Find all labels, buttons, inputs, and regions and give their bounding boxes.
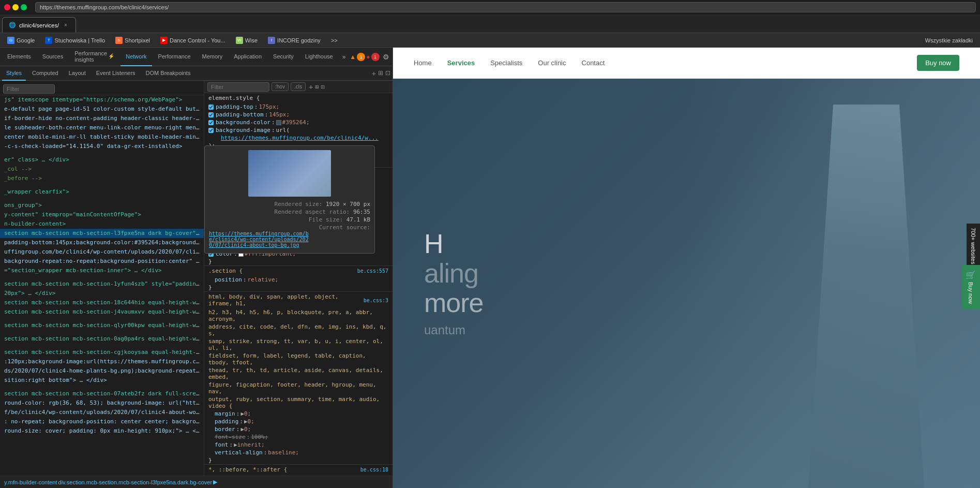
tab-close-button[interactable]: × [62, 22, 69, 29]
html-body-source[interactable]: be.css:3 [364, 298, 388, 303]
html-line-5[interactable]: center mobile-mini-mr-ll tablet-sticky m… [0, 132, 204, 142]
bg-image-url[interactable]: https://themes.muffingroup.com/be/clinic… [221, 135, 379, 141]
html-line-2[interactable]: e-default page page-id-51 color-custom s… [0, 105, 204, 114]
side-widget-buy[interactable]: 🛒 Buy now [961, 265, 980, 309]
devtools-more-tabs[interactable]: » [339, 51, 349, 63]
html-line-1[interactable]: js" itemscope itemtype="https://schema.o… [0, 95, 204, 105]
html-line-29[interactable]: section mcb-section mcb-section-0ag0pa4r… [0, 334, 204, 344]
html-line-10[interactable]: _before --> [0, 174, 204, 183]
section-source[interactable]: be.css:557 [357, 268, 388, 274]
html-line-20[interactable]: ="section_wrapper mcb-section-inner"> … … [0, 266, 204, 275]
html-line-34[interactable]: sition:right bottom"> … </div> [0, 376, 204, 385]
tab-sources[interactable]: Sources [37, 48, 68, 66]
breadcrumb-item-2[interactable]: div.section.mcb-section.mcb-section-l3fp… [58, 479, 213, 485]
bookmark-incore[interactable]: I INCORE godziny [265, 36, 324, 45]
tab-perf-insights[interactable]: Performance insights ⚡ [69, 48, 119, 66]
side-widget-700[interactable]: 700+ websites [967, 224, 980, 269]
html-line-26[interactable] [0, 317, 204, 321]
tab-network[interactable]: Network [120, 48, 152, 66]
sub-tab-event-listeners[interactable]: Event Listeners [92, 66, 140, 81]
html-line-36[interactable]: section mcb-section mcb-section-07ateb2f… [0, 389, 204, 398]
sub-tab-styles[interactable]: Styles [2, 66, 26, 81]
styles-filter-input[interactable] [207, 82, 269, 92]
hov-button[interactable]: :hov [272, 82, 289, 91]
nav-our-clinic[interactable]: Our clinic [538, 59, 566, 67]
bookmark-trello[interactable]: T Stuchowiska | Trello [42, 36, 108, 45]
html-line-35[interactable] [0, 385, 204, 389]
background-color-checkbox[interactable] [208, 120, 214, 125]
html-line-23[interactable]: 20px"> … </div> [0, 289, 204, 298]
sub-tab-computed[interactable]: Computed [28, 66, 63, 81]
padding-bottom-checkbox[interactable] [208, 112, 214, 117]
bookmark-more[interactable]: >> [328, 36, 341, 45]
html-line-33[interactable]: ds/2020/07/clinic4-home-plants-bg.png);b… [0, 366, 204, 376]
margin-triangle[interactable]: ▶ [240, 410, 244, 417]
border-triangle[interactable]: ▶ [240, 426, 244, 433]
html-line-22[interactable]: section mcb-section mcb-section-1yfun4sz… [0, 279, 204, 289]
html-line-40[interactable]: round-size: cover; padding: 0px min-heig… [0, 426, 204, 436]
tab-application[interactable]: Application [229, 48, 267, 66]
html-line-19[interactable]: background-repeat:no-repeat;background-p… [0, 257, 204, 266]
tab-elements[interactable]: Elements [2, 48, 36, 66]
minimize-button[interactable] [12, 4, 19, 10]
html-line-39[interactable]: : no-repeat; background-position: center… [0, 417, 204, 426]
html-line-38[interactable]: f/be/clinic4/wp-content/uploads/2020/07/… [0, 408, 204, 417]
current-source-url[interactable]: https://themes.muffingroup.com/be/clinic… [209, 231, 312, 248]
html-line-31[interactable]: section mcb-section mcb-section-cgjkooys… [0, 348, 204, 357]
padding-triangle[interactable]: ▶ [244, 418, 248, 425]
bg-color-swatch[interactable] [276, 120, 281, 125]
close-button[interactable] [4, 4, 10, 10]
settings-button[interactable]: ⚙ [381, 51, 391, 63]
html-line-3[interactable]: if-border-hide no-content-padding header… [0, 114, 204, 123]
tab-performance[interactable]: Performance [153, 48, 196, 66]
html-line-21[interactable] [0, 275, 204, 279]
tab-security[interactable]: Security [268, 48, 299, 66]
inspector-icon[interactable]: ⊡ [385, 69, 390, 78]
address-bar[interactable]: https://themes.muffingroup.com/be/clinic… [35, 2, 976, 12]
browser-tab-active[interactable]: 🌐 clinic4/services/ × [2, 17, 76, 33]
breadcrumb-item-1[interactable]: y.mfn-builder-content [4, 479, 57, 485]
tab-lighthouse[interactable]: Lighthouse [300, 48, 338, 66]
html-line-25[interactable]: section mcb-section mcb-section-j4vaumxv… [0, 307, 204, 317]
add-rule-icon[interactable]: + [309, 83, 313, 91]
nav-contact[interactable]: Contact [582, 59, 605, 67]
font-triangle[interactable]: ▶ [234, 441, 237, 448]
background-image-checkbox[interactable] [208, 128, 214, 133]
html-line-24[interactable]: section mcb-section mcb-section-18c644hi… [0, 298, 204, 307]
html-line-11[interactable] [0, 183, 204, 187]
breadcrumb-item-3[interactable]: ▶ [213, 479, 217, 485]
html-line-selected[interactable]: section mcb-section mcb-section-l3fpxe5n… [0, 229, 204, 238]
style-settings-icon[interactable]: ⊞ [378, 69, 383, 78]
bookmark-all[interactable]: Wszystkie zakładki [922, 36, 976, 45]
html-line-6[interactable]: -c-s-check-loaded="14.1154.0" data-gr-ex… [0, 142, 204, 151]
html-line-4[interactable]: le subheader-both-center menu-link-color… [0, 123, 204, 132]
html-line-37[interactable]: round-color: rgb(36, 68, 53); background… [0, 398, 204, 408]
html-line-8[interactable]: er" class> … </div> [0, 155, 204, 165]
bookmark-youtube[interactable]: ▶ Dance Control - You... [157, 36, 229, 45]
sub-tab-layout[interactable]: Layout [65, 66, 90, 81]
html-line-9[interactable]: _col --> [0, 165, 204, 174]
html-line-13[interactable] [0, 197, 204, 201]
html-filter-input[interactable] [3, 84, 55, 94]
nav-specialists[interactable]: Specialists [490, 59, 522, 67]
html-line-18[interactable]: uffingroup.com/be/clinic4/wp-content/upl… [0, 247, 204, 257]
html-line-16[interactable]: n-builder-content> [0, 219, 204, 229]
html-line-32[interactable]: :120px;background-image:url(https://them… [0, 357, 204, 366]
warning-count-badge[interactable]: 1 [357, 53, 365, 61]
inspect-icon[interactable]: ⊡ [321, 83, 325, 91]
nav-services[interactable]: Services [447, 59, 475, 67]
nav-buy-now-button[interactable]: Buy now [917, 55, 959, 71]
html-line-17[interactable]: padding-bottom:145px;background-color:#3… [0, 238, 204, 247]
html-line-15[interactable]: y-content" itemprop="mainContentOfPage"> [0, 210, 204, 219]
maximize-button[interactable] [21, 4, 27, 10]
bookmark-shortpixel[interactable]: S Shortpixel [112, 36, 153, 45]
error-count-badge[interactable]: 1 [371, 53, 380, 61]
tab-memory[interactable]: Memory [197, 48, 228, 66]
bookmark-wise[interactable]: W Wise [233, 36, 261, 45]
padding-top-checkbox[interactable] [208, 105, 214, 110]
cls-button[interactable]: .cls [291, 82, 306, 91]
add-style-icon[interactable]: + [372, 69, 376, 78]
html-line-12[interactable]: _wrapper clearfix"> [0, 187, 204, 197]
html-line-14[interactable]: ons_group"> [0, 201, 204, 210]
html-line-27[interactable]: section mcb-section mcb-section-qlyr00kp… [0, 321, 204, 330]
